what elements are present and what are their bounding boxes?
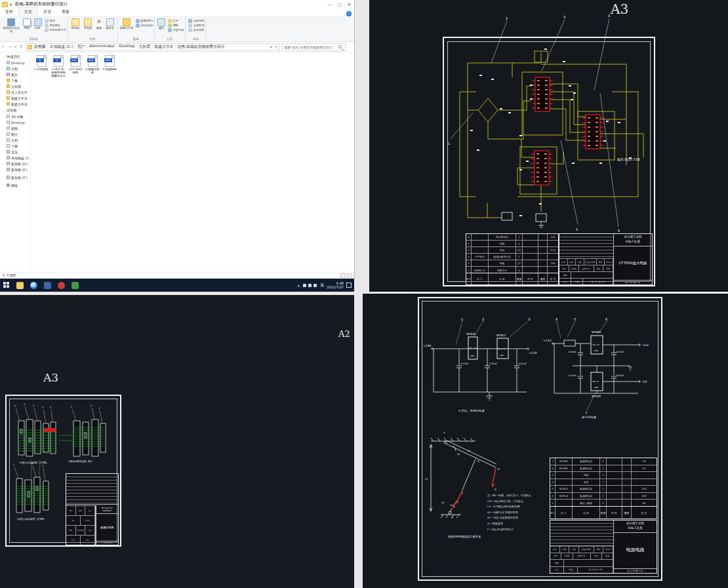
taskbar-browser-icon[interactable] (30, 282, 37, 289)
sidebar-item[interactable]: 待上传文件 (0, 89, 30, 95)
sidebar-item[interactable]: 视频 (0, 125, 30, 131)
quick-access-toolbar-dropdown[interactable]: ▾ (10, 2, 12, 7)
rename-button[interactable]: 重命名 (105, 18, 115, 30)
bom-cell (538, 241, 548, 246)
parts-list-row: 7 W7905 集成稳压器 1 -5V (550, 458, 657, 465)
pin-to-quick-access-button[interactable]: 固定到快速访问 (2, 18, 20, 33)
delete-button[interactable]: ✕删除 (95, 18, 104, 30)
maximize-button[interactable]: ▢ (334, 0, 344, 9)
copy-to-button[interactable]: 复制到 (83, 18, 94, 30)
edit-button[interactable]: 编辑 (168, 24, 184, 28)
taskbar-red-app-icon[interactable] (58, 282, 65, 289)
clock[interactable]: 9:48 2021/7/27 (327, 281, 344, 290)
drive-icon (7, 156, 10, 159)
help-icon[interactable]: ? (346, 11, 352, 16)
select-all-button[interactable]: 全部选择 (188, 19, 204, 23)
sidebar-item[interactable]: 新加卷 (D:) (0, 161, 30, 167)
view-caption-2: 称重传感器安装图（图1） (68, 460, 94, 463)
action-center-icon[interactable] (346, 283, 352, 288)
new-folder-button[interactable]: 新建文件夹 (120, 18, 134, 30)
tab-home[interactable]: 主页 (18, 7, 38, 16)
paste-button[interactable]: 粘贴 (33, 18, 43, 30)
refresh-icon[interactable]: ⟳ (275, 45, 278, 49)
file-item[interactable]: DWG 5.电源电路 (102, 55, 117, 88)
status-bar: 5 个项目 (0, 272, 354, 279)
tray-expand-icon[interactable]: ∧ (297, 283, 300, 288)
sidebar-item[interactable]: 下载 (0, 143, 30, 149)
sidebar-item[interactable]: 新加卷 (F:) (0, 167, 30, 172)
bom-header-cell: 重量 (622, 507, 632, 519)
move-to-button[interactable]: 移动到 (70, 18, 81, 30)
file-item[interactable]: W 1.开题报告 (34, 55, 49, 88)
close-button[interactable]: ✕ (344, 0, 354, 9)
address-dropdown-icon[interactable]: ▾ (270, 45, 272, 49)
tab-view[interactable]: 查看 (56, 8, 75, 16)
sidebar-item[interactable]: 九秋霜 (0, 83, 30, 89)
taskbar-green-app-icon[interactable] (71, 282, 79, 289)
network-icon[interactable] (303, 284, 306, 287)
svg-text:GND: GND (500, 355, 504, 357)
sidebar-item[interactable]: 文档 (0, 137, 30, 143)
battery-icon[interactable] (313, 284, 317, 287)
breadcrumb[interactable]: 此电脑本地磁盘 (C:)用户AdministratorDesktop九秋霜新建文… (34, 44, 227, 50)
select-none-button[interactable]: 全部取消 (188, 24, 204, 28)
search-input[interactable] (283, 45, 338, 49)
breadcrumb-segment[interactable]: Desktop (119, 44, 138, 50)
forward-button[interactable]: → (8, 45, 12, 50)
history-button[interactable]: 历史记录 (168, 28, 184, 32)
bom-header-cell: 数量 (600, 507, 607, 519)
breadcrumb-segment[interactable]: 此电脑 (34, 44, 49, 50)
recent-locations-dropdown[interactable]: ▾ (14, 45, 17, 50)
back-button[interactable]: ← (1, 45, 5, 50)
sidebar-item[interactable]: 文档 (0, 66, 30, 71)
sidebar-item[interactable]: 本地磁盘 (C:) (0, 155, 30, 161)
parts-list-row: 2 W7818 集成稳压器 1 18V (550, 493, 657, 500)
cut-button[interactable]: 剪切 (45, 19, 66, 23)
breadcrumb-segment[interactable]: 新建文件夹 (155, 44, 176, 50)
taskbar-file-explorer-icon[interactable] (16, 282, 24, 289)
breadcrumb-segment[interactable]: 九秋霜 (139, 44, 153, 50)
sidebar-item[interactable]: 音乐 (0, 149, 30, 155)
bom-cell: 1 (600, 486, 607, 492)
sidebar-item[interactable]: 图片 (0, 131, 30, 137)
sidebar-item[interactable]: Desktop (0, 119, 30, 125)
tab-file[interactable]: 文件 (0, 8, 18, 16)
sidebar-item[interactable]: 下载 (0, 77, 30, 83)
file-item[interactable]: DWG 3.CF7650电路 (68, 55, 83, 88)
quick-access-header[interactable]: 快速访问 (0, 53, 30, 60)
search-box[interactable] (282, 43, 346, 51)
invert-selection-button[interactable]: 反向选择 (188, 28, 204, 32)
file-item[interactable]: W 2.论文 机-装载机智能称重仪设计 (51, 55, 66, 88)
up-button[interactable]: ↑ (19, 45, 23, 50)
start-button[interactable] (3, 282, 10, 288)
breadcrumb-segment[interactable]: Administrator (89, 44, 118, 50)
sidebar-item-extra-drive[interactable]: 新加卷 (F:) (0, 174, 30, 180)
properties-button[interactable]: 属性 (157, 18, 166, 30)
details-view-toggle[interactable] (340, 273, 346, 278)
bom-header-cell: 重量 (538, 273, 548, 284)
tab-share[interactable]: 共享 (38, 8, 56, 16)
paste-shortcut-button[interactable]: 粘贴快捷方式 (45, 28, 66, 32)
sidebar-item[interactable]: Desktop (0, 60, 30, 66)
address-bar[interactable]: 此电脑本地磁盘 (C:)用户AdministratorDesktop九秋霜新建文… (26, 43, 280, 51)
sidebar-item[interactable]: 图片 (0, 71, 30, 77)
sidebar-item-network[interactable]: 网络 (0, 182, 30, 188)
open-button[interactable]: 打开 (168, 19, 184, 23)
copy-path-button[interactable]: 复制路径 (45, 24, 66, 28)
breadcrumb-segment[interactable]: 机电-装载机智能称重仪设计 (178, 44, 226, 50)
sidebar-item[interactable]: 新建文件夹 (0, 95, 30, 101)
easy-access-button[interactable]: 轻松访问▾ (136, 24, 153, 28)
sidebar-item[interactable]: 新建文件夹 (0, 101, 30, 107)
breadcrumb-segment[interactable]: 本地磁盘 (C:) (50, 44, 76, 50)
minimize-button[interactable]: — (325, 0, 334, 9)
breadcrumb-segment[interactable]: 用户 (77, 44, 88, 50)
icons-view-toggle[interactable] (347, 273, 352, 278)
taskbar-chat-app-icon[interactable] (44, 282, 51, 289)
input-language-indicator[interactable]: 英 (320, 283, 324, 288)
copy-button[interactable]: 复制 (22, 18, 31, 30)
sidebar-item[interactable]: 3D 对象 (0, 113, 30, 119)
this-pc-header[interactable]: 此电脑 (0, 107, 30, 113)
file-item[interactable]: DWG 4.称重仪表盘 (85, 55, 100, 88)
sound-icon[interactable] (308, 284, 312, 287)
new-item-button[interactable]: 新建项目▾ (136, 19, 153, 23)
